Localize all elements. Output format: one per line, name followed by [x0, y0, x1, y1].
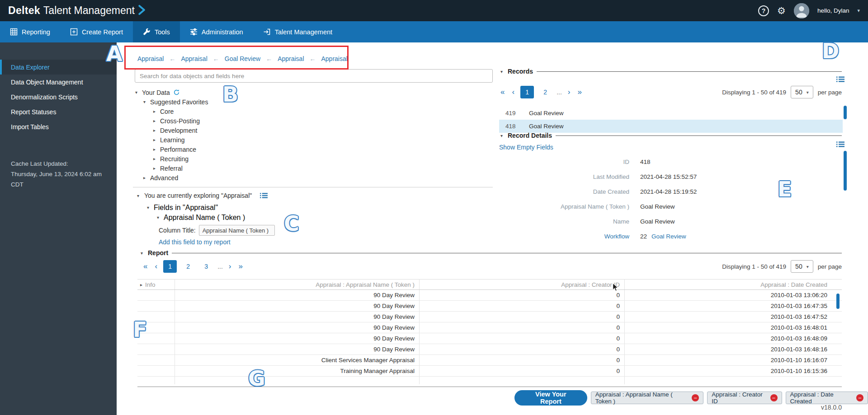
detail-value: 22	[640, 233, 647, 240]
topbar-right: ? ⚙ hello, Dylan ▾	[758, 3, 860, 19]
page-button-1[interactable]: 1	[520, 86, 534, 98]
page-button-2[interactable]: 2	[181, 260, 195, 273]
tree-node-recruiting[interactable]: ▸Recruiting	[152, 154, 208, 163]
exploring-row[interactable]: ▾ You are currently exploring "Appraisal…	[136, 192, 268, 199]
report-table: ▸ Info Appraisal : Appraisal Name ( Toke…	[137, 279, 842, 384]
last-page-button[interactable]: »	[237, 262, 244, 271]
tab-reporting[interactable]: Reporting	[0, 21, 60, 42]
field-appraisal-name-node[interactable]: ▾ Appraisal Name ( Token )	[156, 213, 245, 222]
sidebar-item-report-statuses[interactable]: Report Statuses	[0, 104, 117, 119]
per-page-select[interactable]: 50 ▾	[791, 86, 813, 98]
report-title: Report	[148, 249, 168, 256]
cell-name: 90 Day Review	[175, 344, 419, 354]
remove-field-icon[interactable]: −	[856, 394, 863, 401]
column-header-creator-id[interactable]: Appraisal : Creator ID	[419, 280, 624, 289]
tree-node-suggested-favorites[interactable]: ▾ Suggested Favorites	[142, 97, 208, 107]
record-id: 419	[505, 110, 517, 117]
show-empty-fields-link[interactable]: Show Empty Fields	[499, 144, 553, 151]
user-caret-icon[interactable]: ▾	[857, 8, 860, 14]
report-table-scrollbar[interactable]	[836, 294, 840, 309]
breadcrumb-link[interactable]: Goal Review	[225, 55, 260, 62]
table-row[interactable]: 90 Day Review02010-01-03 16:47:52	[137, 312, 842, 322]
column-header-appraisal-name[interactable]: Appraisal : Appraisal Name ( Token )	[175, 280, 419, 289]
gear-icon[interactable]: ⚙	[777, 6, 786, 15]
tree-node-performance[interactable]: ▸Performance	[152, 145, 208, 154]
tab-talent-management[interactable]: Talent Management	[253, 21, 342, 42]
first-page-button[interactable]: «	[499, 88, 506, 97]
report-field-chip[interactable]: Appraisal : Creator ID −	[707, 392, 782, 404]
sidebar-item-data-object-management[interactable]: Data Object Management	[0, 75, 117, 89]
prev-page-button[interactable]: ‹	[510, 88, 516, 97]
cell-date: 2010-01-03 16:48:16	[624, 344, 835, 354]
column-header-date-created[interactable]: Appraisal : Date Created	[624, 280, 835, 289]
tree-node-advanced[interactable]: ▸Advanced	[142, 173, 208, 182]
record-details-scrollbar[interactable]	[844, 151, 847, 191]
column-title-input[interactable]	[199, 225, 275, 236]
tree-node-learning[interactable]: ▸Learning	[152, 135, 208, 145]
breadcrumb-link[interactable]: Appraisal	[278, 55, 304, 62]
record-row[interactable]: 419 Goal Review	[499, 107, 843, 120]
refresh-icon[interactable]	[173, 89, 180, 96]
remove-field-icon[interactable]: −	[770, 394, 778, 401]
tab-tools[interactable]: Tools	[133, 21, 180, 42]
first-page-button[interactable]: «	[142, 262, 149, 271]
per-page-select[interactable]: 50 ▾	[791, 260, 813, 273]
sidebar-item-import-tables[interactable]: Import Tables	[0, 119, 117, 134]
user-menu[interactable]: hello, Dylan	[817, 7, 849, 14]
next-page-button[interactable]: ›	[227, 262, 233, 271]
record-details-header[interactable]: ▾ Record Details	[499, 132, 842, 139]
table-row[interactable]: Client Services Manager Appraisal02010-0…	[137, 355, 842, 366]
table-row[interactable]: 90 Day Review02010-01-03 16:48:16	[137, 344, 842, 355]
records-header[interactable]: ▾ Records	[499, 68, 842, 75]
avatar[interactable]	[794, 3, 809, 19]
remove-field-icon[interactable]: −	[692, 394, 699, 401]
displaying-text: Displaying 1 - 50 of 419	[722, 89, 786, 96]
table-row[interactable]: 90 Day Review02010-01-03 16:48:09	[137, 333, 842, 344]
workflow-value-link[interactable]: Goal Review	[651, 233, 686, 240]
sidebar-item-data-explorer[interactable]: Data Explorer	[0, 60, 117, 75]
prev-page-button[interactable]: ‹	[153, 262, 159, 271]
cell-date: 2010-01-03 13:06:20	[624, 290, 835, 300]
table-row[interactable]: 90 Day Review02010-01-03 13:06:20	[137, 290, 842, 301]
record-details-list-icon[interactable]	[836, 141, 844, 148]
view-report-button[interactable]: View Your Report	[514, 390, 587, 406]
help-icon[interactable]: ?	[758, 5, 769, 16]
next-page-button[interactable]: ›	[566, 88, 572, 97]
sidebar-item-denormalization-scripts[interactable]: Denormalization Scripts	[0, 89, 117, 104]
last-page-button[interactable]: »	[576, 88, 583, 97]
tree-node-development[interactable]: ▸Development	[152, 126, 208, 135]
tree-node-cross-posting[interactable]: ▸Cross-Posting	[152, 116, 208, 126]
breadcrumb-link[interactable]: Appraisal	[181, 55, 207, 62]
detail-value: 2021-04-28 15:19:52	[640, 188, 697, 195]
tree-node-your-data[interactable]: ▾ Your Data	[134, 88, 208, 97]
info-column-header[interactable]: ▸ Info	[137, 280, 175, 289]
table-row[interactable]: Training Manager Appraisal02010-01-10 16…	[137, 366, 842, 377]
list-icon[interactable]	[260, 192, 268, 199]
report-field-chip[interactable]: Appraisal : Appraisal Name ( Token ) −	[591, 392, 704, 404]
table-row[interactable]: 90 Day Review02010-01-03 16:48:01	[137, 322, 842, 333]
header-rule	[556, 135, 842, 136]
record-row-selected[interactable]: 418 Goal Review	[499, 120, 843, 133]
report-field-chip[interactable]: Appraisal : Date Created −	[786, 392, 868, 404]
page-button-2[interactable]: 2	[538, 86, 552, 98]
page-button-3[interactable]: 3	[199, 260, 213, 273]
records-list-icon[interactable]	[836, 76, 844, 83]
add-field-link[interactable]: Add this field to my report	[159, 238, 231, 246]
page-button-1[interactable]: 1	[163, 260, 177, 273]
table-row[interactable]: 90 Day Review02010-01-03 16:47:35	[137, 301, 842, 312]
breadcrumb-link[interactable]: Appraisal	[321, 55, 348, 62]
cell-date: 2010-01-10 16:15:36	[624, 366, 835, 376]
search-input[interactable]	[135, 69, 493, 83]
tree-node-core[interactable]: ▸Core	[152, 107, 208, 116]
records-scrollbar[interactable]	[844, 106, 847, 119]
tab-label: Create Report	[82, 28, 123, 36]
tree-node-referral[interactable]: ▸Referral	[152, 163, 208, 173]
sidebar-item-label: Data Explorer	[11, 64, 50, 71]
breadcrumb-link[interactable]: Appraisal	[137, 55, 164, 62]
tab-administration[interactable]: Administration	[180, 21, 253, 42]
report-header[interactable]: ▾ Report	[139, 249, 842, 256]
tab-create-report[interactable]: Create Report	[60, 21, 133, 42]
workflow-label-link[interactable]: Workflow	[499, 233, 629, 240]
fields-in-node[interactable]: ▾ Fields in "Appraisal"	[146, 203, 218, 212]
record-details-title: Record Details	[508, 132, 552, 139]
